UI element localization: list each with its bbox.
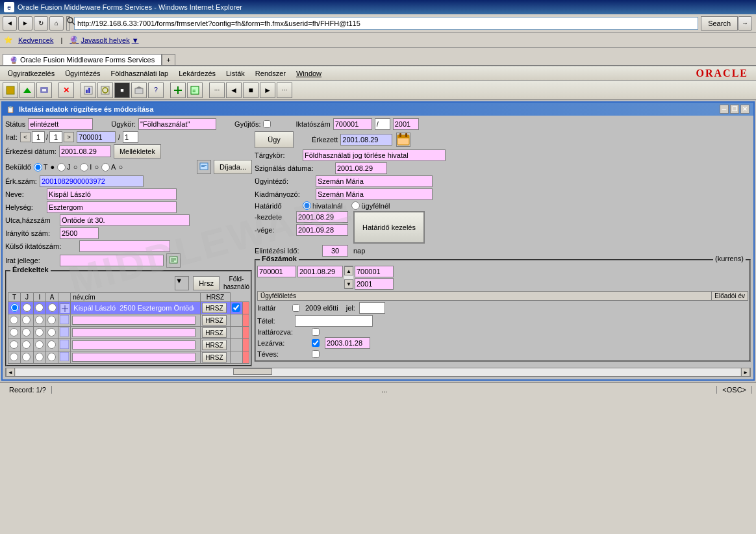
search-button[interactable]: Search — [701, 16, 738, 31]
hrsz-button[interactable]: Hrsz — [193, 276, 220, 290]
row4-i[interactable] — [35, 340, 44, 349]
back-button[interactable]: ◄ — [3, 16, 17, 31]
toolbar-btn-2[interactable] — [19, 83, 35, 98]
row3-t[interactable] — [10, 328, 18, 337]
new-tab-button[interactable]: + — [162, 54, 175, 65]
toolbar-btn-pause[interactable]: ■ — [243, 83, 258, 98]
menu-listak[interactable]: Listák — [221, 68, 250, 79]
hivatalnal-radio[interactable] — [303, 201, 311, 210]
row4-a[interactable] — [47, 340, 56, 349]
row2-nevcim[interactable] — [72, 316, 195, 325]
lezarva-checkbox[interactable] — [312, 339, 320, 347]
row5-j[interactable] — [22, 353, 31, 361]
hscrollbar-track[interactable] — [16, 368, 740, 376]
elintezesi-input[interactable] — [322, 245, 348, 257]
toolbar-btn-11[interactable]: ≡ — [187, 83, 203, 98]
hatarido-kezdete-input[interactable] — [296, 211, 348, 223]
toolbar-btn-5[interactable] — [81, 83, 96, 98]
table-row[interactable]: HRSZ — [8, 327, 249, 339]
row1-nevcim-input[interactable] — [72, 304, 195, 312]
iratjellege-input[interactable] — [60, 255, 164, 266]
toolbar-btn-3[interactable] — [36, 83, 52, 98]
kiadmányozo-input[interactable] — [316, 188, 433, 200]
iratjellege-icon[interactable] — [166, 253, 181, 268]
iktatoszam-sep[interactable] — [375, 118, 390, 130]
hatarido-vege-input[interactable] — [296, 224, 348, 236]
table-row[interactable]: HRSZ — [8, 302, 249, 314]
irat-next[interactable]: > — [64, 132, 74, 142]
iktatoszam-year[interactable] — [393, 118, 419, 130]
row5-nevcim[interactable] — [72, 353, 195, 362]
beküldo-i-radio[interactable] — [80, 163, 88, 172]
toolbar-btn-8[interactable] — [131, 83, 147, 98]
teves-checkbox[interactable] — [312, 350, 320, 358]
beküldo-t-radio[interactable] — [34, 163, 42, 172]
table-row[interactable]: HRSZ — [8, 314, 249, 327]
hscrollbar-thumb[interactable] — [233, 368, 272, 375]
irat-current[interactable] — [32, 131, 45, 143]
row5-hrsz-btn[interactable]: HRSZ — [202, 352, 226, 362]
toolbar-btn-6[interactable] — [97, 83, 113, 98]
helyseg-input[interactable] — [47, 201, 177, 213]
foszamok-sb-down[interactable]: ▼ — [344, 279, 353, 288]
row2-j[interactable] — [22, 316, 31, 324]
foszam-year-input[interactable] — [355, 278, 394, 290]
kulso-input[interactable] — [79, 240, 170, 252]
dialog-minimize[interactable]: ─ — [720, 105, 729, 114]
foszamok-scrollbar[interactable]: ▲ ▼ — [344, 266, 353, 289]
row2-a[interactable] — [47, 316, 56, 324]
utca-input[interactable] — [60, 214, 190, 226]
menu-foldhaszn[interactable]: Földhasználati lap — [106, 68, 174, 79]
ugyintézo-input[interactable] — [316, 175, 433, 187]
row4-hrsz-btn[interactable]: HRSZ — [202, 340, 226, 350]
erkezett-input[interactable] — [340, 134, 392, 146]
row1-j-radio[interactable] — [23, 303, 31, 312]
irattarozva-checkbox[interactable] — [312, 328, 320, 336]
irat-slash-num[interactable] — [123, 131, 138, 143]
home-button[interactable]: ⌂ — [49, 16, 64, 31]
irat-number[interactable] — [77, 131, 116, 143]
foszamok-sb-up[interactable]: ▲ — [344, 266, 353, 275]
toolbar-btn-1[interactable] — [3, 83, 18, 98]
irat-prev[interactable]: < — [20, 132, 31, 142]
toolbar-btn-9[interactable]: ? — [148, 83, 164, 98]
beküldo-icon-btn[interactable] — [197, 160, 211, 174]
beküldo-a-radio[interactable] — [101, 163, 110, 172]
row5-t[interactable] — [10, 353, 18, 361]
toolbar-btn-10[interactable] — [170, 83, 186, 98]
dijada-button[interactable]: Díjada... — [214, 160, 252, 174]
row4-j[interactable] — [22, 340, 31, 349]
menu-window[interactable]: Window — [291, 68, 327, 79]
menu-ugyintézes[interactable]: Ügyintézés — [60, 68, 105, 79]
h-scrollbar[interactable]: ◄ ► — [5, 368, 751, 377]
ugy-button[interactable]: Ügy — [255, 131, 294, 148]
gyujtos-checkbox[interactable] — [263, 120, 271, 128]
hscrollbar-right[interactable]: ► — [741, 368, 750, 377]
menu-ugyiratkezeles[interactable]: Ügyiratkezelés — [3, 68, 60, 79]
tetel-input[interactable] — [295, 315, 373, 327]
targykor-input[interactable] — [303, 149, 446, 161]
erksz-input[interactable] — [40, 175, 144, 187]
row3-j[interactable] — [22, 328, 31, 337]
row2-hrsz-btn[interactable]: HRSZ — [202, 315, 226, 325]
hatarido-kezeles-button[interactable]: Határidő kezelés — [353, 211, 425, 244]
main-tab[interactable]: 🔮 Oracle Fusion Middleware Forms Service… — [3, 54, 162, 65]
szignals-input[interactable] — [335, 162, 387, 174]
iranyito-input[interactable] — [60, 227, 99, 239]
row1-t-radio[interactable] — [10, 303, 19, 312]
toolbar-btn-dots2[interactable]: ··· — [277, 83, 292, 98]
row5-a[interactable] — [47, 353, 56, 361]
row1-i-radio[interactable] — [35, 303, 44, 312]
nav-extra-button[interactable]: → — [738, 16, 752, 31]
hscrollbar-left[interactable]: ◄ — [6, 368, 15, 377]
foszam-right-input[interactable] — [355, 266, 394, 277]
dialog-restore[interactable]: ❐ — [730, 105, 739, 114]
erkezett-icon[interactable] — [396, 133, 410, 147]
row4-t[interactable] — [10, 340, 18, 349]
address-input[interactable] — [74, 17, 698, 30]
ugyfelnél-radio[interactable] — [351, 201, 360, 210]
toolbar-btn-next[interactable]: ► — [260, 83, 275, 98]
row3-nevcim[interactable] — [72, 328, 195, 337]
toolbar-btn-prev[interactable]: ◄ — [226, 83, 242, 98]
erkdatum-input[interactable] — [59, 146, 111, 157]
